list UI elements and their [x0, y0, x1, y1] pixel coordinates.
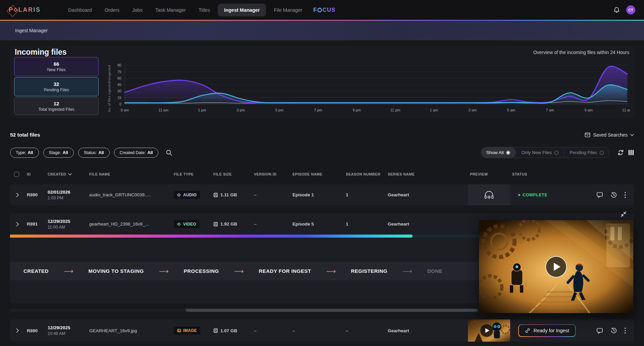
total-files-label: 52 total files: [10, 132, 40, 138]
cell-id: R891: [25, 221, 46, 227]
row-expand-chevron-icon[interactable]: [10, 193, 25, 197]
filter-value: All: [28, 150, 33, 155]
filter-type[interactable]: Type: All: [10, 148, 39, 158]
svg-text:5 pm: 5 pm: [275, 108, 283, 112]
svg-text:5 am: 5 am: [507, 108, 515, 112]
nav-item-task-manager[interactable]: Task Manager: [150, 4, 191, 16]
cell-episode: –: [290, 328, 344, 333]
headphones-icon: [484, 191, 494, 199]
col-id[interactable]: ID: [25, 172, 46, 176]
saved-searches-button[interactable]: Saved Searches: [585, 132, 634, 138]
select-all-checkbox[interactable]: [14, 172, 19, 177]
col-version-id[interactable]: VERSION ID: [252, 172, 290, 176]
row-expand-chevron-icon[interactable]: [10, 222, 25, 227]
video-preview-player[interactable]: [479, 220, 633, 313]
filter-value: All: [63, 150, 68, 155]
col-file-type[interactable]: FILE TYPE: [172, 172, 211, 176]
disk-icon: [213, 328, 218, 333]
file-size-label: 1.07 GB: [220, 328, 237, 333]
kebab-menu-icon[interactable]: [625, 328, 626, 334]
search-icon[interactable]: [166, 149, 172, 156]
view-pending-files[interactable]: Pending Files: [564, 147, 609, 158]
filter-created-date[interactable]: Created Date: All: [114, 148, 159, 158]
file-type-label: IMAGE: [183, 328, 197, 333]
play-icon[interactable]: [480, 324, 493, 337]
col-series-name[interactable]: SERIES NAME: [386, 172, 468, 176]
play-icon[interactable]: [545, 256, 567, 278]
segment-label: Pending Files: [570, 150, 597, 155]
polaris-logo[interactable]: P LARIS: [9, 6, 49, 13]
comment-icon[interactable]: [596, 328, 603, 334]
cell-series: Gearheart: [386, 192, 468, 197]
audio-preview-button[interactable]: [468, 184, 510, 205]
user-avatar[interactable]: CT: [626, 5, 635, 14]
svg-text:9 am: 9 am: [121, 108, 129, 112]
cell-version-id: –: [252, 221, 290, 227]
cell-date: 12/29/2025: [48, 325, 87, 330]
comment-icon[interactable]: [596, 192, 603, 198]
table-header: ID CREATED FILE NAME FILE TYPE FILE SIZE…: [10, 169, 634, 179]
focus-o-icon: [317, 8, 322, 12]
svg-text:11 pm: 11 pm: [390, 108, 400, 112]
table-row[interactable]: R890 02/01/2026 1:03 PM audio_track_GRTU…: [10, 184, 634, 205]
stat-label: New Files: [47, 67, 66, 72]
filter-status[interactable]: Status: All: [78, 148, 110, 158]
table-row[interactable]: R890 12/29/2025 10:49 AM GEARHEART_16x9.…: [10, 319, 634, 342]
history-icon[interactable]: [610, 192, 617, 198]
filter-label: Stage:: [49, 150, 61, 155]
top-nav: P LARIS Dashboard Orders Jobs Task Manag…: [0, 0, 644, 20]
refresh-icon[interactable]: [618, 149, 624, 156]
disk-icon: [213, 222, 218, 227]
stage-created: CREATED: [23, 268, 49, 274]
collapse-preview-icon[interactable]: [621, 211, 627, 218]
nav-item-jobs[interactable]: Jobs: [127, 4, 148, 16]
kebab-menu-icon[interactable]: [625, 192, 626, 198]
filter-value: All: [99, 150, 104, 155]
col-episode-name[interactable]: EPISODE NAME: [290, 172, 344, 176]
nav-item-dashboard[interactable]: Dashboard: [63, 4, 97, 16]
cell-file-size: 1.92 GB: [211, 221, 252, 227]
stat-card-new-files[interactable]: 66 New Files: [14, 57, 99, 76]
svg-text:0: 0: [119, 102, 121, 106]
incoming-files-title: Incoming files: [15, 48, 67, 57]
cell-created: 12/29/2025 10:49 AM: [46, 325, 87, 336]
cell-season: –: [344, 328, 386, 333]
view-show-all[interactable]: Show All: [481, 147, 516, 158]
filter-label: Created Date:: [120, 150, 146, 155]
disk-icon: [213, 193, 218, 197]
file-type-label: AUDIO: [183, 193, 197, 197]
svg-text:11 am: 11 am: [622, 108, 630, 112]
stage-ready-for-ingest: READY FOR INGEST: [259, 268, 311, 274]
cell-version-id: –: [252, 328, 290, 333]
file-size-label: 1.92 GB: [220, 221, 237, 227]
col-file-size[interactable]: FILE SIZE: [211, 172, 252, 176]
col-status[interactable]: STATUS: [510, 172, 581, 176]
view-only-new-files[interactable]: Only New Files: [516, 147, 564, 158]
history-icon[interactable]: [610, 327, 617, 334]
col-season-number[interactable]: SEASON NUMBER: [344, 172, 386, 176]
col-file-name[interactable]: FILE NAME: [87, 172, 172, 176]
svg-text:3 pm: 3 pm: [236, 108, 245, 112]
nav-item-file-manager[interactable]: File Manager: [269, 4, 307, 16]
nav-item-ingest-manager[interactable]: Ingest Manager: [218, 4, 266, 16]
scrollbar-thumb[interactable]: [186, 309, 478, 312]
stat-card-pending-files[interactable]: 32 Pending Files: [14, 77, 99, 96]
nav-item-titles[interactable]: Titles: [194, 4, 215, 16]
notifications-bell-icon[interactable]: [613, 6, 620, 14]
link-icon: [525, 328, 530, 333]
row-expand-chevron-icon[interactable]: [10, 328, 25, 333]
main-nav: Dashboard Orders Jobs Task Manager Title…: [63, 4, 307, 16]
stat-value: 32: [54, 81, 59, 87]
stat-label: Total Ingested Files: [38, 107, 74, 112]
ready-for-ingest-button[interactable]: Ready for Ingest: [518, 325, 576, 337]
nav-item-orders[interactable]: Orders: [100, 4, 124, 16]
image-preview-thumbnail[interactable]: [468, 319, 510, 342]
status-label: COMPLETE: [523, 193, 547, 197]
col-created[interactable]: CREATED: [46, 172, 87, 176]
stage-arrow-icon: ⟶: [326, 267, 336, 275]
focus-logo-text-rest: CUS: [322, 7, 335, 13]
svg-text:1 pm: 1 pm: [198, 108, 206, 112]
stat-card-total-ingested[interactable]: 12 Total Ingested Files: [14, 97, 99, 115]
columns-icon[interactable]: [628, 150, 634, 155]
filter-stage[interactable]: Stage: All: [43, 148, 74, 158]
